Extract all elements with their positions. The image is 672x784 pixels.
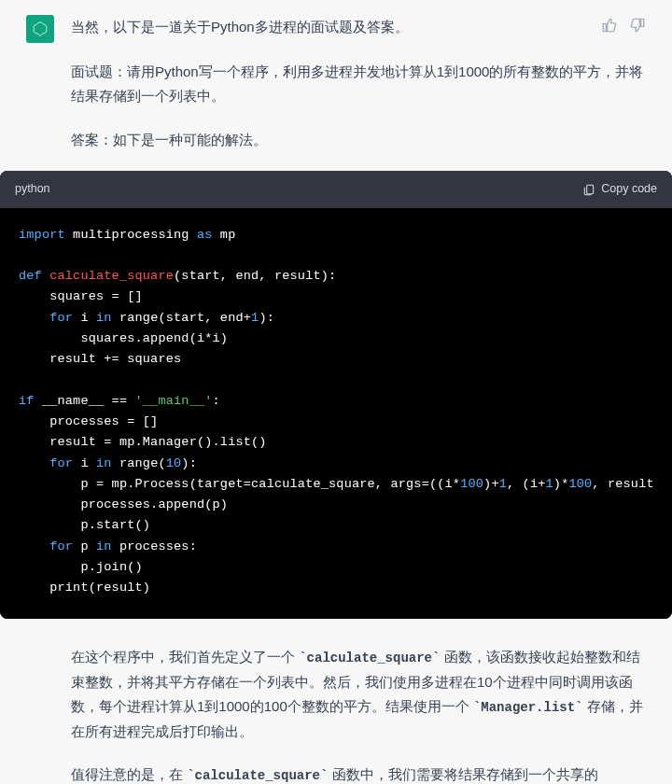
thumbs-down-icon[interactable]	[629, 17, 646, 41]
svg-rect-0	[587, 185, 594, 193]
answer-label: 答案：如下是一种可能的解法。	[71, 128, 646, 152]
explanation-1: 在这个程序中，我们首先定义了一个 `calculate_square` 函数，该…	[71, 645, 646, 744]
inline-code: `calculate_square`	[187, 768, 328, 783]
inline-code: `Manager.list`	[473, 700, 583, 715]
thumbs-up-icon[interactable]	[601, 17, 618, 41]
code-toolbar: python Copy code	[0, 171, 672, 208]
question-text: 面试题：请用Python写一个程序，利用多进程并发地计算从1到1000的所有整数…	[71, 60, 646, 109]
feedback-buttons	[601, 13, 646, 41]
code-language-label: python	[15, 179, 50, 200]
copy-code-label: Copy code	[601, 179, 657, 200]
copy-code-button[interactable]: Copy code	[582, 179, 657, 200]
inline-code: `calculate_square`	[299, 651, 440, 665]
code-content: import multiprocessing as mp def calcula…	[0, 208, 672, 620]
assistant-avatar	[26, 15, 54, 43]
code-block: python Copy code import multiprocessing …	[0, 171, 672, 620]
clipboard-icon	[582, 183, 595, 196]
explanation-2: 值得注意的是，在 `calculate_square` 函数中，我们需要将结果存…	[71, 763, 646, 784]
intro-text: 当然，以下是一道关于Python多进程的面试题及答案。	[71, 13, 584, 39]
